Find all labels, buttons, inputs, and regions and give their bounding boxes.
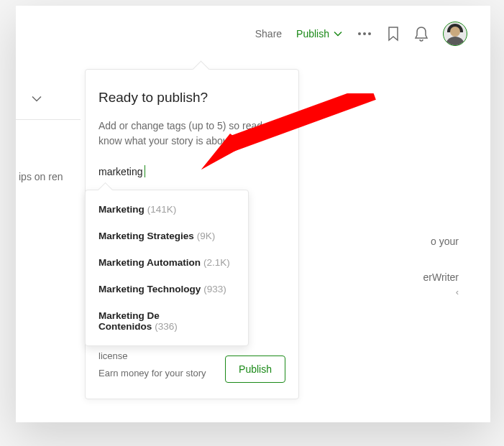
suggestion-name: Marketing bbox=[98, 204, 145, 215]
publish-dropdown[interactable]: Publish bbox=[296, 28, 342, 40]
avatar-head bbox=[450, 27, 460, 37]
story-title-fragment: ips on ren bbox=[19, 171, 63, 182]
story-text-fragment-2: erWriter bbox=[423, 271, 459, 283]
suggestion-item[interactable]: Marketing Automation(2.1K) bbox=[86, 249, 248, 276]
tag-input[interactable] bbox=[98, 164, 285, 179]
app-window: Share Publish ips on ren o your erWriter… bbox=[16, 6, 490, 422]
svg-point-1 bbox=[363, 32, 366, 35]
suggestion-name: Marketing Automation bbox=[98, 257, 201, 268]
suggestion-count: (2.1K) bbox=[203, 257, 230, 268]
avatar[interactable] bbox=[443, 22, 467, 46]
bookmark-icon[interactable] bbox=[387, 26, 400, 42]
suggestion-item[interactable]: Marketing Technology(933) bbox=[86, 276, 248, 302]
avatar-body bbox=[445, 37, 465, 46]
story-text-fragment-3: ‹ bbox=[456, 287, 459, 297]
bell-icon[interactable] bbox=[414, 26, 429, 42]
suggestion-count: (141K) bbox=[147, 204, 177, 215]
suggestion-name: Marketing Strategies bbox=[98, 231, 194, 241]
collapse-chevron-icon[interactable] bbox=[32, 92, 42, 105]
tag-input-wrapper bbox=[98, 164, 285, 179]
earn-money-link[interactable]: Earn money for your story bbox=[98, 365, 218, 383]
suggestion-count: (933) bbox=[203, 284, 226, 294]
suggestion-item[interactable]: Marketing De Contenidos(336) bbox=[86, 302, 248, 340]
publish-button[interactable]: Publish bbox=[225, 356, 285, 383]
story-text-fragment-1: o your bbox=[431, 236, 459, 247]
suggestion-count: (9K) bbox=[197, 231, 216, 241]
more-icon[interactable] bbox=[357, 32, 372, 36]
divider bbox=[16, 119, 81, 120]
svg-point-0 bbox=[358, 32, 361, 35]
share-button[interactable]: Share bbox=[255, 28, 282, 40]
suggestion-name: Marketing Technology bbox=[98, 284, 201, 294]
suggestion-name: Marketing De Contenidos bbox=[98, 310, 160, 332]
top-action-row: Share Publish bbox=[255, 22, 467, 46]
svg-point-2 bbox=[368, 32, 371, 35]
popover-description: Add or change tags (up to 5) so readers … bbox=[98, 119, 278, 149]
suggestion-item[interactable]: Marketing(141K) bbox=[86, 196, 248, 223]
suggestion-item[interactable]: Marketing Strategies(9K) bbox=[86, 223, 248, 249]
chevron-down-icon bbox=[334, 31, 342, 37]
tag-suggestions: Marketing(141K) Marketing Strategies(9K)… bbox=[85, 190, 249, 346]
publish-dropdown-label: Publish bbox=[296, 28, 329, 40]
popover-title: Ready to publish? bbox=[98, 90, 285, 106]
suggestion-count: (336) bbox=[155, 321, 178, 332]
